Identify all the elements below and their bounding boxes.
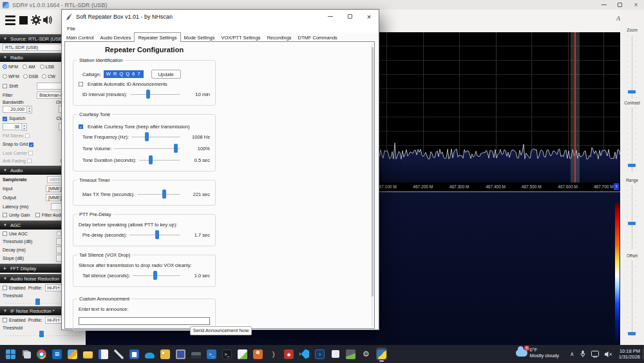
dialog-close-button[interactable]: × xyxy=(359,10,379,23)
shift-checkbox[interactable]: Shift xyxy=(3,84,18,88)
bandwidth-spinner[interactable]: 20,000▲▼ xyxy=(3,106,32,113)
inr-profile-select[interactable]: Hi-Fi▼ xyxy=(45,317,63,324)
slider-thumb[interactable] xyxy=(628,222,636,225)
file-menu[interactable]: File xyxy=(67,26,75,32)
red-app-button[interactable]: ◉ xyxy=(283,348,294,360)
tab-repeater-settings[interactable]: Repeater Settings xyxy=(134,32,180,42)
mode-radio-lsb[interactable]: LSB xyxy=(40,64,54,69)
file-explorer-button[interactable] xyxy=(82,348,93,360)
tone-duration-slider[interactable] xyxy=(139,155,180,164)
fm-stereo-checkbox[interactable]: FM Stereo xyxy=(3,133,32,138)
ms-store-button[interactable]: ⊞ xyxy=(52,348,62,360)
snap-to-grid-checkbox[interactable]: Snap to Grid ✓ xyxy=(3,142,35,147)
slider-thumb[interactable] xyxy=(39,331,44,337)
slider-thumb[interactable] xyxy=(628,90,636,93)
movies-tv-button[interactable]: ▆ xyxy=(129,348,140,360)
gallery-app-button[interactable] xyxy=(345,348,356,360)
mode-radio-am[interactable]: AM xyxy=(23,64,35,69)
crescent-app-button[interactable]: ) xyxy=(268,348,279,360)
notes-app-button[interactable] xyxy=(98,348,109,360)
onedrive-button[interactable] xyxy=(144,348,155,360)
slider-thumb[interactable] xyxy=(628,164,636,167)
filter-audio-checkbox[interactable]: Filter Audio xyxy=(35,213,64,217)
mode-radio-wfm[interactable]: WFM xyxy=(3,74,19,79)
anti-fading-checkbox[interactable]: Anti-Fading xyxy=(3,159,33,163)
volume-muted-icon[interactable] xyxy=(605,351,613,358)
unity-gain-checkbox[interactable]: Unity Gain xyxy=(3,213,30,217)
tail-silence-slider[interactable] xyxy=(133,271,180,280)
agc-decay-label: Decay (ms) xyxy=(3,248,26,252)
update-button[interactable]: Update xyxy=(151,70,181,79)
predelay-slider[interactable] xyxy=(129,230,180,239)
scrollbar-thumb[interactable] xyxy=(372,47,374,297)
tone-volume-value: 100% xyxy=(183,146,210,152)
dialog-titlebar[interactable]: Soft Repeater Box v1.01 - by NHscan × xyxy=(62,10,379,24)
stop-button[interactable] xyxy=(19,16,28,25)
mode-radio-nfm[interactable]: NFM xyxy=(3,64,18,69)
settings-gear-icon[interactable] xyxy=(31,15,41,25)
clock[interactable]: 10:18 PM 1/31/2026 xyxy=(619,348,640,360)
tone-volume-slider[interactable] xyxy=(114,144,180,153)
terminal-button[interactable]: >_ xyxy=(222,348,232,360)
pencil-tool-button[interactable] xyxy=(113,348,124,360)
screen-cast-icon[interactable] xyxy=(591,351,599,358)
minimize-button[interactable] xyxy=(596,0,612,10)
offset-slider[interactable] xyxy=(627,260,637,337)
mode-radio-cw[interactable]: CW xyxy=(42,74,55,79)
lock-carrier-checkbox[interactable]: Lock Carrier xyxy=(3,151,35,155)
id-interval-slider[interactable] xyxy=(130,90,180,99)
slider-thumb[interactable] xyxy=(153,271,157,280)
mode-radio-dsb[interactable]: DSB xyxy=(23,74,38,79)
dev-console-button[interactable]: > xyxy=(314,348,325,360)
menu-button[interactable] xyxy=(5,15,15,27)
slider-thumb[interactable] xyxy=(146,90,150,99)
volume-icon[interactable] xyxy=(43,15,53,25)
tone-duration-label: Tone Duration (seconds): xyxy=(82,157,137,163)
tray-chevron-up-icon[interactable]: ∧ xyxy=(570,351,574,357)
anr-profile-select[interactable]: Hi-Fi▼ xyxy=(45,284,63,291)
vscode-button[interactable] xyxy=(299,348,310,360)
dialog-maximize-button[interactable] xyxy=(340,10,359,23)
tone-frequency-slider[interactable] xyxy=(131,132,180,141)
python-app-button[interactable] xyxy=(376,348,387,360)
sdr-titlebar[interactable]: SDR# v1.0.0.1664 - RTL-SDR (USB) × xyxy=(0,0,644,10)
slider-thumb[interactable] xyxy=(155,230,159,239)
scanner-button[interactable] xyxy=(191,348,202,360)
task-view-button[interactable] xyxy=(21,348,32,360)
notepad-plus-button[interactable] xyxy=(237,348,248,360)
checkbox-icon[interactable] xyxy=(79,82,83,86)
window-app-button[interactable] xyxy=(330,348,341,360)
slider-thumb[interactable] xyxy=(149,155,153,164)
send-announcement-button[interactable]: Send Announcement Now xyxy=(190,326,252,335)
zoom-slider[interactable] xyxy=(627,35,637,99)
slider-thumb[interactable] xyxy=(145,132,149,141)
paint-app-button[interactable] xyxy=(160,348,171,360)
microphone-icon[interactable] xyxy=(580,350,585,358)
dialog-scrollbar[interactable] xyxy=(371,43,374,327)
inr-enabled-checkbox[interactable]: Enabled xyxy=(3,318,26,322)
slider-thumb[interactable] xyxy=(162,190,166,199)
range-slider[interactable] xyxy=(627,185,637,250)
slider-thumb[interactable] xyxy=(174,144,178,153)
slider-thumb[interactable] xyxy=(628,332,636,335)
checkbox-checked-icon[interactable]: ✓ xyxy=(79,124,83,129)
start-button[interactable] xyxy=(5,348,16,360)
squelch-spinner[interactable]: 38▲▼ xyxy=(3,123,27,131)
max-tx-slider[interactable] xyxy=(137,190,180,199)
device-monitor-button[interactable] xyxy=(175,348,186,360)
photos-button[interactable] xyxy=(67,348,78,360)
settings-button[interactable]: ⚙ xyxy=(361,348,372,360)
close-button[interactable]: × xyxy=(628,0,644,10)
squelch-checkbox[interactable]: ✓Squelch xyxy=(3,116,25,121)
anr-enabled-checkbox[interactable]: Enabled xyxy=(3,286,26,290)
weather-widget[interactable]: 0°FMostly cloudy xyxy=(516,347,559,358)
builder-3d-button[interactable] xyxy=(252,348,263,360)
use-agc-checkbox[interactable]: Use AGC xyxy=(3,231,28,236)
callsign-input[interactable]: W R Q Q 6 7 xyxy=(104,70,144,78)
dialog-minimize-button[interactable] xyxy=(321,10,340,23)
contrast-slider[interactable] xyxy=(627,108,637,172)
powershell-button[interactable]: >_ xyxy=(206,348,217,360)
slider-thumb[interactable] xyxy=(35,299,40,305)
maximize-button[interactable] xyxy=(612,0,628,10)
chrome-button[interactable] xyxy=(36,348,47,360)
